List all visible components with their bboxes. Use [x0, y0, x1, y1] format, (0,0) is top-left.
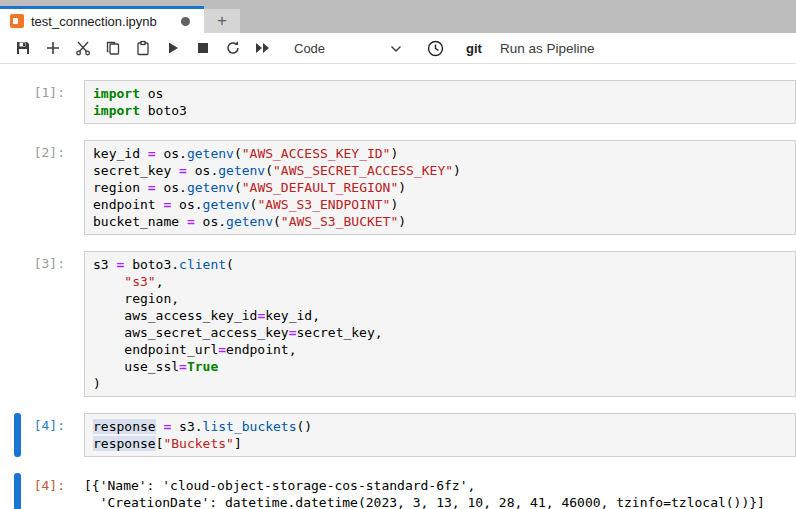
interrupt-kernel-button[interactable] — [188, 35, 218, 61]
copy-cell-button[interactable] — [98, 35, 128, 61]
restart-icon — [225, 40, 241, 56]
cell-editor[interactable]: s3 = boto3.client( "s3", region, aws_acc… — [84, 251, 796, 397]
output-line: [{'Name': 'cloud-object-storage-cos-stan… — [84, 477, 788, 494]
code-line: endpoint_url=endpoint, — [93, 341, 787, 358]
run-as-pipeline-button[interactable]: Run as Pipeline — [500, 41, 595, 56]
code-line: region = os.getenv("AWS_DEFAULT_REGION") — [93, 179, 787, 196]
save-button[interactable] — [8, 35, 38, 61]
cell-input-prompt: [3]: — [0, 251, 84, 272]
cell-type-select[interactable]: Code — [294, 41, 402, 56]
output-line: 'CreationDate': datetime.datetime(2023, … — [84, 494, 788, 509]
paste-icon — [135, 40, 151, 56]
code-cell: [2]:key_id = os.getenv("AWS_ACCESS_KEY_I… — [0, 140, 796, 235]
cell-type-value: Code — [294, 41, 325, 56]
copy-icon — [105, 40, 121, 56]
cell-output-prompt: [4]: — [0, 473, 84, 494]
tab-title: test_connection.ipynb — [31, 14, 174, 29]
new-tab-button[interactable]: + — [204, 9, 240, 33]
code-line: ) — [93, 375, 787, 392]
plus-icon — [45, 40, 61, 56]
code-line: secret_key = os.getenv("AWS_SECRET_ACCES… — [93, 162, 787, 179]
cut-cell-button[interactable] — [68, 35, 98, 61]
code-cell: [1]:import osimport boto3 — [0, 80, 796, 124]
fast-forward-icon — [255, 42, 271, 54]
insert-cell-button[interactable] — [38, 35, 68, 61]
notebook-content: [1]:import osimport boto3[2]:key_id = os… — [0, 64, 796, 509]
cell-input-prompt: [4]: — [0, 413, 84, 434]
git-button[interactable]: git — [466, 41, 482, 56]
code-line: key_id = os.getenv("AWS_ACCESS_KEY_ID") — [93, 145, 787, 162]
cell-editor[interactable]: import osimport boto3 — [84, 80, 796, 124]
notebook-toolbar: Code git Run as Pipeline — [0, 33, 796, 64]
save-icon — [15, 40, 31, 56]
stop-icon — [197, 42, 209, 54]
code-line: import boto3 — [93, 102, 787, 119]
cell-output: [4]:[{'Name': 'cloud-object-storage-cos-… — [0, 473, 796, 509]
code-line: endpoint = os.getenv("AWS_S3_ENDPOINT") — [93, 196, 787, 213]
code-line: response = s3.list_buckets() — [93, 418, 787, 435]
run-cell-button[interactable] — [158, 35, 188, 61]
tab-test-connection[interactable]: test_connection.ipynb — [0, 6, 204, 33]
run-icon — [166, 41, 180, 55]
cells: [1]:import osimport boto3[2]:key_id = os… — [0, 80, 796, 509]
output-text: [{'Name': 'cloud-object-storage-cos-stan… — [84, 473, 796, 509]
cell-editor[interactable]: key_id = os.getenv("AWS_ACCESS_KEY_ID")s… — [84, 140, 796, 235]
code-line: s3 = boto3.client( — [93, 256, 787, 273]
code-cell: [4]:response = s3.list_buckets()response… — [0, 413, 796, 457]
code-line: region, — [93, 290, 787, 307]
code-line: aws_secret_access_key=secret_key, — [93, 324, 787, 341]
code-line: aws_access_key_id=key_id, — [93, 307, 787, 324]
code-line: import os — [93, 85, 787, 102]
code-cell: [3]:s3 = boto3.client( "s3", region, aws… — [0, 251, 796, 397]
code-line: response["Buckets"] — [93, 435, 787, 452]
restart-kernel-button[interactable] — [218, 35, 248, 61]
cell-input-prompt: [2]: — [0, 140, 84, 161]
output-collapser[interactable] — [14, 473, 21, 509]
restart-run-all-button[interactable] — [248, 35, 278, 61]
notebook-file-icon — [10, 14, 24, 28]
unsaved-changes-dot-icon — [181, 17, 190, 26]
chevron-down-icon — [390, 41, 402, 56]
active-cell-collapser[interactable] — [14, 413, 21, 457]
scissors-icon — [75, 40, 92, 56]
code-line: use_ssl=True — [93, 358, 787, 375]
code-line: bucket_name = os.getenv("AWS_S3_BUCKET") — [93, 213, 787, 230]
cell-editor[interactable]: response = s3.list_buckets()response["Bu… — [84, 413, 796, 457]
tab-bar: test_connection.ipynb + — [0, 0, 796, 33]
schedule-button[interactable] — [420, 35, 450, 61]
cell-input-prompt: [1]: — [0, 80, 84, 101]
code-line: "s3", — [93, 273, 787, 290]
paste-cell-button[interactable] — [128, 35, 158, 61]
clock-icon — [427, 40, 444, 57]
